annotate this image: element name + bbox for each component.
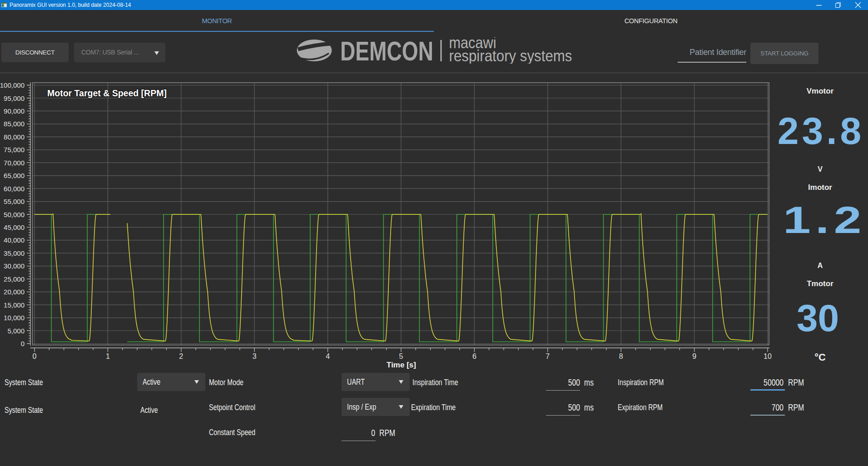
svg-text:7: 7 (546, 352, 550, 360)
svg-text:2: 2 (179, 352, 183, 360)
svg-text:85,000: 85,000 (4, 120, 25, 128)
svg-text:95,000: 95,000 (4, 94, 25, 102)
svg-text:80,000: 80,000 (4, 133, 25, 141)
svg-text:10: 10 (764, 352, 772, 360)
svg-text:15,000: 15,000 (4, 301, 25, 309)
svg-text:5,000: 5,000 (7, 327, 25, 335)
svg-text:25,000: 25,000 (4, 275, 25, 283)
svg-text:40,000: 40,000 (4, 236, 25, 244)
svg-text:35,000: 35,000 (4, 249, 25, 257)
svg-text:10,000: 10,000 (4, 314, 25, 322)
svg-text:5: 5 (399, 352, 403, 360)
svg-text:45,000: 45,000 (4, 223, 25, 231)
svg-text:90,000: 90,000 (4, 107, 25, 115)
svg-text:6: 6 (472, 352, 476, 360)
svg-text:30,000: 30,000 (4, 262, 25, 270)
svg-text:70,000: 70,000 (4, 159, 25, 167)
svg-text:60,000: 60,000 (4, 185, 25, 193)
svg-text:75,000: 75,000 (4, 146, 25, 154)
svg-text:8: 8 (619, 352, 623, 360)
svg-text:Time [s]: Time [s] (387, 361, 416, 369)
svg-text:3: 3 (253, 352, 257, 360)
svg-text:1: 1 (106, 352, 110, 360)
svg-text:9: 9 (692, 352, 696, 360)
svg-text:Motor Target & Speed [RPM]: Motor Target & Speed [RPM] (47, 88, 167, 98)
svg-text:100,000: 100,000 (0, 81, 25, 89)
svg-text:65,000: 65,000 (4, 172, 25, 179)
svg-text:0: 0 (33, 352, 37, 360)
svg-text:20,000: 20,000 (4, 288, 25, 296)
svg-text:50,000: 50,000 (4, 211, 25, 218)
svg-text:55,000: 55,000 (4, 198, 25, 205)
svg-text:4: 4 (326, 352, 330, 360)
svg-text:0: 0 (21, 340, 25, 347)
